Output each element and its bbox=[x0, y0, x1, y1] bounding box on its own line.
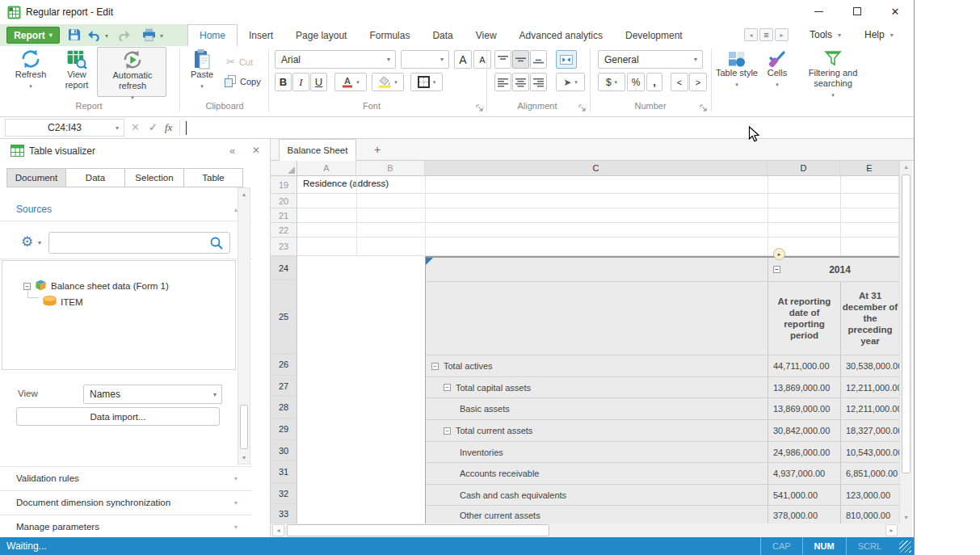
scroll-down-icon[interactable]: ▾ bbox=[238, 454, 250, 461]
shrink-font-button[interactable]: A bbox=[473, 50, 491, 69]
row-header-19[interactable]: 19 bbox=[271, 176, 297, 194]
chevron-down-icon[interactable]: ▾ bbox=[38, 239, 41, 246]
gear-icon[interactable]: ⚙ bbox=[21, 233, 33, 250]
row-header-23[interactable]: 23 bbox=[271, 238, 297, 256]
row-header-28[interactable]: 28 bbox=[271, 397, 297, 418]
align-left-button[interactable] bbox=[494, 73, 511, 91]
copy-button[interactable]: Copy bbox=[225, 75, 261, 87]
vertical-scrollbar[interactable]: ▴ ▾ bbox=[899, 161, 912, 523]
decrease-decimal-button[interactable]: < bbox=[671, 73, 688, 91]
cell-C31[interactable]: Accounts receivable bbox=[426, 463, 768, 485]
cell-E27[interactable]: 12,211,000.00 bbox=[841, 377, 899, 398]
panel-scrollbar[interactable]: ▴ ▾ bbox=[238, 187, 250, 465]
cell-E26[interactable]: 30,538,000.00 bbox=[841, 355, 899, 377]
panel-tab-table[interactable]: Table bbox=[183, 168, 243, 187]
view-report-button[interactable]: View report bbox=[57, 48, 97, 90]
panel-tab-selection[interactable]: Selection bbox=[124, 168, 184, 187]
maximize-button[interactable] bbox=[843, 0, 871, 23]
ribbon-tab-page-layout[interactable]: Page layout bbox=[284, 24, 358, 46]
ribbon-menu-button[interactable]: ≡ bbox=[759, 28, 773, 41]
scrollbar-thumb[interactable] bbox=[240, 405, 248, 449]
cell-D28[interactable]: 13,869,000.00 bbox=[768, 398, 841, 420]
section-document-dimension-sync[interactable]: Document dimension synchronization ▾ bbox=[0, 491, 252, 515]
font-color-button[interactable]: A ▾ bbox=[334, 73, 367, 91]
sheet-tab-balance-sheet[interactable]: Balance Sheet bbox=[279, 139, 356, 161]
cell-E28[interactable]: 12,211,000.00 bbox=[841, 398, 899, 420]
merge-cells-button[interactable] bbox=[556, 50, 577, 69]
cell-D26[interactable]: 44,711,000.00 bbox=[768, 355, 841, 377]
close-button[interactable]: ✕ bbox=[881, 0, 909, 23]
fx-icon[interactable]: fx bbox=[165, 121, 172, 134]
cell-C32[interactable]: Cash and cash equivalents bbox=[426, 485, 768, 506]
scroll-left-button[interactable]: ◂ bbox=[272, 524, 284, 536]
ribbon-tab-development[interactable]: Development bbox=[614, 24, 694, 46]
increase-decimal-button[interactable]: > bbox=[689, 73, 707, 91]
table-style-button[interactable]: Table style ▾ bbox=[716, 50, 758, 90]
fill-color-button[interactable]: ▾ bbox=[372, 73, 404, 91]
minimize-button[interactable] bbox=[805, 0, 832, 23]
currency-button[interactable]: $ ▾ bbox=[598, 73, 625, 91]
cell-C25[interactable] bbox=[426, 282, 768, 355]
cell-C33[interactable]: Other current assets bbox=[426, 506, 768, 523]
cell-C30[interactable]: Inventories bbox=[426, 442, 768, 463]
ribbon-tab-advanced-analytics[interactable]: Advanced analytics bbox=[508, 24, 614, 46]
column-header-D[interactable]: D bbox=[768, 161, 840, 176]
automatic-refresh-button[interactable]: Automatic refresh ▾ bbox=[97, 47, 166, 97]
align-top-button[interactable] bbox=[494, 50, 511, 69]
comma-button[interactable]: , bbox=[646, 73, 662, 91]
row-header-21[interactable]: 21 bbox=[271, 208, 297, 223]
help-menu[interactable]: Help ▾ bbox=[864, 29, 894, 40]
align-center-button[interactable] bbox=[512, 73, 529, 91]
number-format-combo[interactable]: General ▾ bbox=[598, 50, 703, 69]
scroll-down-icon[interactable]: ▾ bbox=[900, 514, 912, 521]
row-header-30[interactable]: 30 bbox=[271, 440, 297, 461]
select-all-corner[interactable] bbox=[271, 161, 297, 176]
section-validation-rules[interactable]: Validation rules ▾ bbox=[0, 467, 252, 490]
name-box[interactable]: C24:I43 ▾ bbox=[5, 119, 124, 137]
cell-D30[interactable]: 24,986,000.00 bbox=[768, 442, 841, 463]
undo-button[interactable] bbox=[87, 30, 102, 44]
cell-E33[interactable]: 810,000.00 bbox=[841, 506, 899, 523]
cell-E29[interactable]: 18,327,000.00 bbox=[841, 420, 899, 442]
font-name-combo[interactable]: Arial ▾ bbox=[275, 50, 396, 69]
panel-tab-document[interactable]: Document bbox=[6, 168, 66, 187]
save-button[interactable] bbox=[68, 28, 81, 44]
view-combo[interactable]: Names ▾ bbox=[83, 385, 222, 404]
print-dropdown[interactable]: ▾ bbox=[160, 32, 163, 40]
paste-button[interactable]: Paste ▾ bbox=[184, 48, 220, 91]
borders-button[interactable]: ▾ bbox=[410, 73, 443, 91]
row-header-29[interactable]: 29 bbox=[271, 418, 297, 440]
tree-item-root[interactable]: − Balance sheet data (Form 1) bbox=[23, 279, 169, 293]
undo-dropdown[interactable]: ▾ bbox=[105, 32, 108, 40]
row-header-24[interactable]: 24 bbox=[271, 256, 297, 280]
cell-D32[interactable]: 541,000.00 bbox=[768, 485, 841, 506]
add-sheet-button[interactable]: + bbox=[374, 143, 381, 156]
orientation-button[interactable]: ➤ ▾ bbox=[556, 73, 585, 91]
cell-D33[interactable]: 378,000.00 bbox=[768, 506, 841, 523]
row-header-32[interactable]: 32 bbox=[271, 483, 297, 504]
font-size-combo[interactable]: ▾ bbox=[401, 50, 449, 69]
row-header-25[interactable]: 25 bbox=[271, 280, 297, 354]
ribbon-tab-formulas[interactable]: Formulas bbox=[358, 24, 421, 46]
scrollbar-thumb[interactable] bbox=[902, 174, 911, 473]
cell-C26[interactable]: −Total actives bbox=[426, 355, 768, 377]
cell-A19[interactable]: Residence (address) bbox=[303, 179, 389, 188]
cancel-icon[interactable]: ✕ bbox=[131, 121, 140, 133]
report-menu-button[interactable]: Report ▾ bbox=[6, 27, 60, 44]
cell-D25-header[interactable]: At reporting date of reporting period bbox=[768, 282, 841, 355]
cut-button[interactable]: ✂ Cut bbox=[226, 56, 253, 68]
source-search-input[interactable] bbox=[48, 232, 230, 254]
bold-button[interactable]: B bbox=[275, 73, 292, 91]
ribbon-tab-home[interactable]: Home bbox=[187, 24, 238, 46]
column-header-A[interactable]: A bbox=[297, 161, 356, 176]
scroll-up-icon[interactable]: ▴ bbox=[238, 191, 250, 198]
column-header-E[interactable]: E bbox=[840, 161, 899, 176]
align-right-button[interactable] bbox=[530, 73, 547, 91]
row-header-22[interactable]: 22 bbox=[271, 223, 297, 238]
cells-button[interactable]: Cells ▾ bbox=[761, 50, 793, 90]
outline-expand-button[interactable]: ▸ bbox=[773, 248, 785, 260]
cell-E32[interactable]: 123,000.00 bbox=[841, 485, 899, 506]
ribbon-scroll-left-button[interactable]: ◂ bbox=[744, 28, 758, 41]
cell-E31[interactable]: 6,851,000.00 bbox=[841, 463, 899, 485]
refresh-button[interactable]: Refresh ▾ bbox=[8, 48, 53, 91]
